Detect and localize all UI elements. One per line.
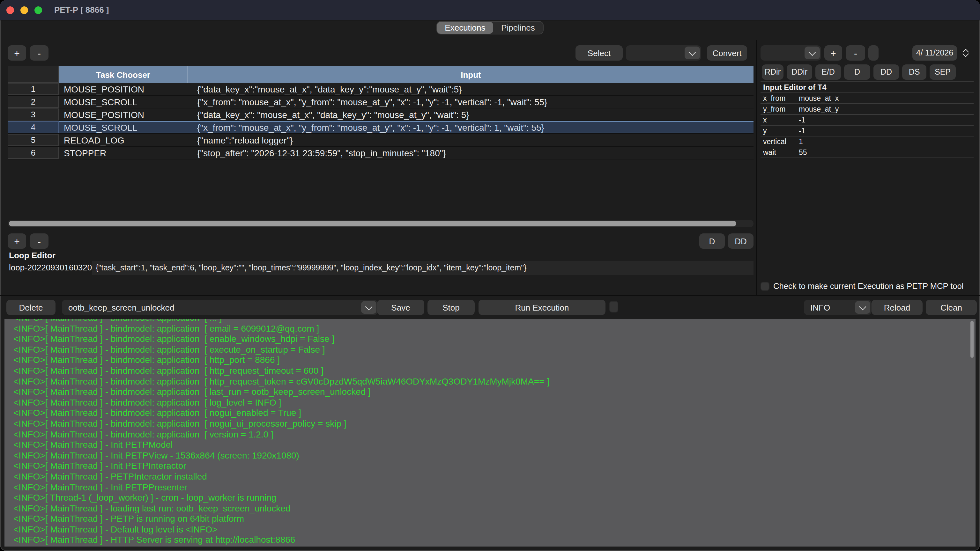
task-type-select[interactable] <box>626 45 701 60</box>
input-key: vertical <box>760 137 794 147</box>
remove-task-button[interactable]: - <box>30 45 48 60</box>
task-cell[interactable]: RELOAD_LOG <box>59 134 192 146</box>
d-button[interactable]: D <box>844 64 870 80</box>
loop-config-cell[interactable]: {"task_start":1, "task_end":6, "loop_key… <box>92 261 754 275</box>
remove-loop-button[interactable]: - <box>30 233 48 249</box>
log-line: <INFO>[ MainThread ] - bindmodel: applic… <box>13 386 975 397</box>
input-cell[interactable]: {"x_from": "mouse_at_x", "y_from": "mous… <box>192 96 754 108</box>
sep-button[interactable]: SEP <box>930 64 956 80</box>
input-cell[interactable]: {"data_key_x":"mouse_at_x", "data_key_y"… <box>192 83 754 95</box>
chevron-down-icon <box>805 46 820 59</box>
remove-input-button[interactable]: - <box>846 45 865 60</box>
input-editor-title: Input Editor of T4 <box>760 81 974 93</box>
mcp-checkbox-label: Check to make current Execution as PETP … <box>773 281 964 291</box>
date-field[interactable]: 4/ 11/2026 <box>912 45 957 60</box>
row-number: 5 <box>8 134 59 146</box>
blank-button[interactable] <box>869 45 878 60</box>
run-execution-button[interactable]: Run Execution <box>479 300 606 315</box>
input-value[interactable]: mouse_at_y <box>794 104 839 114</box>
window-title: PET-P [ 8866 ] <box>54 5 109 15</box>
ds-button[interactable]: DS <box>902 64 926 80</box>
table-row[interactable]: 2 MOUSE_SCROLL {"x_from": "mouse_at_x", … <box>8 96 754 108</box>
input-cell[interactable]: {"x_from": "mouse_at_x", "y_from": "mous… <box>192 121 754 133</box>
horizontal-scrollbar-track[interactable] <box>8 220 754 227</box>
log-line: <INFO>[ MainThread ] - Init PETPInteract… <box>13 461 975 471</box>
input-key: x_from <box>760 93 794 103</box>
loop-name[interactable]: loop-20220930160320 <box>9 263 92 272</box>
table-row[interactable]: 6 STOPPER {"stop_after": "2026-12-31 23:… <box>8 147 754 159</box>
reload-button[interactable]: Reload <box>872 300 923 315</box>
loop-d-button[interactable]: D <box>699 233 725 249</box>
add-input-button[interactable]: + <box>824 45 842 60</box>
task-cell[interactable]: MOUSE_POSITION <box>59 108 192 121</box>
select-button[interactable]: Select <box>576 45 623 60</box>
action-select[interactable] <box>760 45 821 60</box>
add-task-button[interactable]: + <box>8 45 26 60</box>
delete-button[interactable]: Delete <box>6 300 56 315</box>
ddir-button[interactable]: DDir <box>787 64 812 80</box>
screen: PET-P [ 8866 ] Executions Pipelines + - … <box>0 0 980 551</box>
log-console[interactable]: <INFO>[ MainThread ] - bindmodel: applic… <box>5 319 975 546</box>
log-line: <INFO>[ MainThread ] - bindmodel: applic… <box>13 323 975 333</box>
table-row-selected[interactable]: 4 MOUSE_SCROLL {"x_from": "mouse_at_x", … <box>8 121 754 134</box>
column-header-input[interactable]: Input <box>188 66 754 83</box>
tab-pipelines[interactable]: Pipelines <box>493 22 543 34</box>
clean-button[interactable]: Clean <box>926 300 977 315</box>
input-editor-row[interactable]: vertical 1 <box>760 137 974 147</box>
log-line: <INFO>[ MainThread ] - bindmodel: applic… <box>13 429 975 440</box>
close-window-icon[interactable] <box>6 6 14 14</box>
task-cell[interactable]: STOPPER <box>59 147 192 159</box>
input-cell[interactable]: {"stop_after": "2026-12-31 23:59:59", "s… <box>192 147 754 159</box>
input-editor-row[interactable]: x_from mouse_at_x <box>760 93 974 104</box>
input-value[interactable]: -1 <box>794 125 805 136</box>
input-editor-row[interactable]: x -1 <box>760 115 974 125</box>
log-line: <INFO>[ MainThread ] - bindmodel: applic… <box>13 333 975 344</box>
input-editor-row[interactable]: y_from mouse_at_y <box>760 104 974 115</box>
log-line: <INFO>[ MainThread ] - Init PETPPresente… <box>13 482 975 492</box>
zoom-window-icon[interactable] <box>35 6 42 14</box>
execution-select[interactable]: ootb_keep_screen_unlocked <box>62 300 378 315</box>
log-line: <INFO>[ MainThread ] - PETPInteractor in… <box>13 471 975 482</box>
row-number: 2 <box>8 96 59 108</box>
ed-button[interactable]: E/D <box>815 64 841 80</box>
view-tabs: Executions Pipelines <box>436 21 544 35</box>
table-row[interactable]: 5 RELOAD_LOG {"name":"reload logger"} <box>8 134 754 147</box>
run-option-checkbox[interactable] <box>609 301 618 313</box>
input-value[interactable]: -1 <box>794 115 805 125</box>
stop-button[interactable]: Stop <box>428 300 475 315</box>
log-line: <INFO>[ MainThread ] - Init PETPView - 1… <box>13 450 975 460</box>
log-line: <INFO>[ MainThread ] - Init PETPModel <box>13 440 975 450</box>
column-header-task-chooser[interactable]: Task Chooser <box>59 66 188 83</box>
input-key: y <box>760 125 794 136</box>
input-cell[interactable]: {"name":"reload logger"} <box>192 134 754 146</box>
chevron-down-icon <box>685 46 700 59</box>
input-value[interactable]: mouse_at_x <box>794 93 839 103</box>
tab-executions[interactable]: Executions <box>437 22 493 34</box>
add-loop-button[interactable]: + <box>8 233 26 249</box>
log-level-select[interactable]: INFO <box>804 300 872 315</box>
task-cell[interactable]: MOUSE_SCROLL <box>59 96 192 108</box>
log-line: <INFO>[ MainThread ] - bindmodel: applic… <box>13 397 975 408</box>
input-value[interactable]: 1 <box>794 137 803 147</box>
horizontal-scrollbar-thumb[interactable] <box>9 221 736 226</box>
chevron-down-icon <box>361 301 376 314</box>
table-row[interactable]: 1 MOUSE_POSITION {"data_key_x":"mouse_at… <box>8 83 754 96</box>
rdir-button[interactable]: RDir <box>762 64 783 80</box>
input-value[interactable]: 55 <box>794 147 807 157</box>
minimize-window-icon[interactable] <box>21 6 28 14</box>
task-cell[interactable]: MOUSE_POSITION <box>59 83 192 95</box>
input-editor-row[interactable]: wait 55 <box>760 147 974 158</box>
input-cell[interactable]: {"data_key_x": "mouse_at_x", "data_key_y… <box>192 108 754 121</box>
convert-button[interactable]: Convert <box>707 45 747 60</box>
mcp-checkbox[interactable] <box>760 282 770 291</box>
save-button[interactable]: Save <box>377 300 424 315</box>
log-line: <INFO>[ MainThread ] - HTTP Server is se… <box>13 535 975 545</box>
date-stepper[interactable] <box>961 46 970 59</box>
log-scrollbar-thumb[interactable] <box>970 321 974 358</box>
table-row[interactable]: 3 MOUSE_POSITION {"data_key_x": "mouse_a… <box>8 108 754 121</box>
task-cell[interactable]: MOUSE_SCROLL <box>59 121 192 133</box>
loop-dd-button[interactable]: DD <box>728 233 754 249</box>
log-content: <INFO>[ MainThread ] - bindmodel: applic… <box>5 319 975 545</box>
input-editor-row[interactable]: y -1 <box>760 125 974 137</box>
dd-button[interactable]: DD <box>873 64 899 80</box>
